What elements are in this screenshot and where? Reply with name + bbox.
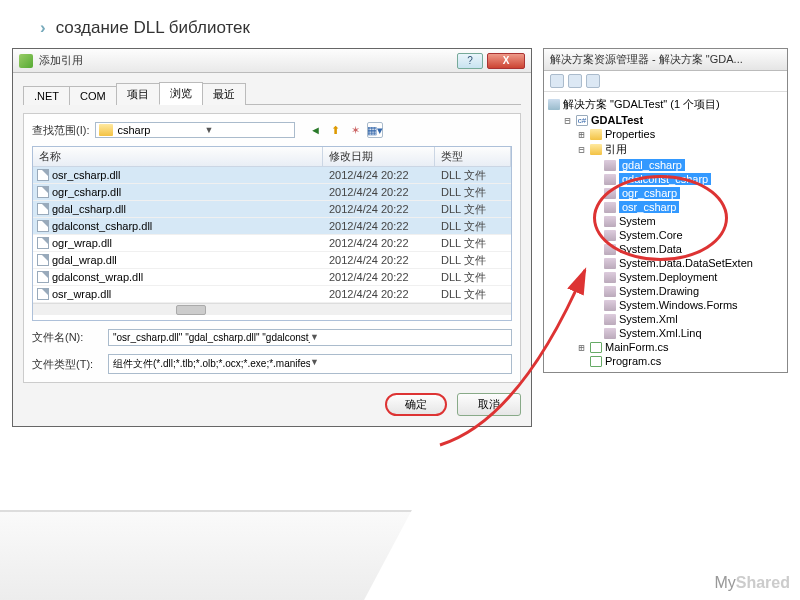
reference-icon: [604, 286, 616, 297]
file-row[interactable]: osr_csharp.dll2012/4/24 20:22DLL 文件: [33, 167, 511, 184]
solution-icon: [548, 99, 560, 110]
file-row[interactable]: gdalconst_csharp.dll2012/4/24 20:22DLL 文…: [33, 218, 511, 235]
reference-item[interactable]: System.Xml: [548, 312, 787, 326]
tab-project[interactable]: 项目: [116, 83, 160, 105]
col-type-header[interactable]: 类型: [435, 147, 511, 166]
reference-item[interactable]: System.Data.DataSetExten: [548, 256, 787, 270]
dll-file-icon: [37, 220, 49, 232]
file-name: ogr_csharp.dll: [52, 186, 121, 198]
file-row[interactable]: gdalconst_wrap.dll2012/4/24 20:22DLL 文件: [33, 269, 511, 286]
filetype-select[interactable]: 组件文件(*.dll;*.tlb;*.olb;*.ocx;*.exe;*.man…: [108, 354, 512, 374]
filetype-label: 文件类型(T):: [32, 357, 102, 372]
toolbar-icon[interactable]: [586, 74, 600, 88]
new-folder-icon[interactable]: ✶: [347, 122, 363, 138]
file-node[interactable]: ⊞MainForm.cs: [548, 340, 787, 354]
file-node[interactable]: Program.cs: [548, 354, 787, 368]
up-folder-icon[interactable]: ⬆: [327, 122, 343, 138]
file-date: 2012/4/24 20:22: [323, 203, 435, 215]
file-type: DLL 文件: [435, 287, 511, 302]
horizontal-scrollbar[interactable]: [33, 303, 511, 315]
decorative-footer: [0, 510, 412, 600]
back-icon[interactable]: ◄: [307, 122, 323, 138]
filetype-value: 组件文件(*.dll;*.tlb;*.olb;*.ocx;*.exe;*.man…: [113, 357, 310, 371]
col-date-header[interactable]: 修改日期: [323, 147, 435, 166]
col-name-header[interactable]: 名称: [33, 147, 323, 166]
file-row[interactable]: ogr_csharp.dll2012/4/24 20:22DLL 文件: [33, 184, 511, 201]
file-name: gdalconst_wrap.dll: [52, 271, 143, 283]
close-button[interactable]: X: [487, 53, 525, 69]
dll-file-icon: [37, 186, 49, 198]
file-row[interactable]: gdal_wrap.dll2012/4/24 20:22DLL 文件: [33, 252, 511, 269]
folder-combo[interactable]: csharp ▼: [95, 122, 295, 138]
reference-item[interactable]: System.Windows.Forms: [548, 298, 787, 312]
dll-file-icon: [37, 254, 49, 266]
reference-item[interactable]: gdalconst_csharp: [548, 172, 787, 186]
file-row[interactable]: ogr_wrap.dll2012/4/24 20:22DLL 文件: [33, 235, 511, 252]
solution-explorer: 解决方案资源管理器 - 解决方案 "GDA... 解决方案 "GDALTest"…: [543, 48, 788, 373]
reference-item[interactable]: System.Deployment: [548, 270, 787, 284]
list-header[interactable]: 名称 修改日期 类型: [33, 147, 511, 167]
file-name: osr_csharp.dll: [52, 169, 120, 181]
reference-icon: [604, 216, 616, 227]
reference-item[interactable]: System: [548, 214, 787, 228]
solution-node[interactable]: 解决方案 "GDALTest" (1 个项目): [548, 96, 787, 113]
slide-title: создание DLL библиотек: [0, 0, 800, 50]
file-row[interactable]: gdal_csharp.dll2012/4/24 20:22DLL 文件: [33, 201, 511, 218]
reference-item[interactable]: gdal_csharp: [548, 158, 787, 172]
references-node[interactable]: ⊟引用: [548, 141, 787, 158]
filename-input[interactable]: "osr_csharp.dll" "gdal_csharp.dll" "gdal…: [108, 329, 512, 346]
properties-node[interactable]: ⊞Properties: [548, 127, 787, 141]
reference-icon: [604, 272, 616, 283]
view-menu-icon[interactable]: ▦▾: [367, 122, 383, 138]
help-button[interactable]: ?: [457, 53, 483, 69]
file-type: DLL 文件: [435, 236, 511, 251]
lookup-label: 查找范围(I):: [32, 123, 89, 138]
reference-label: System: [619, 215, 656, 227]
solution-tree[interactable]: 解决方案 "GDALTest" (1 个项目) ⊟c#GDALTest ⊞Pro…: [544, 92, 787, 372]
reference-item[interactable]: ogr_csharp: [548, 186, 787, 200]
reference-label: System.Drawing: [619, 285, 699, 297]
file-type: DLL 文件: [435, 202, 511, 217]
reference-item[interactable]: System.Data: [548, 242, 787, 256]
reference-label: System.Xml.Linq: [619, 327, 702, 339]
dialog-titlebar[interactable]: 添加引用 ? X: [13, 49, 531, 73]
reference-icon: [604, 174, 616, 185]
cancel-button[interactable]: 取消: [457, 393, 521, 416]
file-name: osr_wrap.dll: [52, 288, 111, 300]
watermark: MyShared: [714, 574, 790, 592]
reference-icon: [604, 314, 616, 325]
file-list[interactable]: 名称 修改日期 类型 osr_csharp.dll2012/4/24 20:22…: [32, 146, 512, 321]
reference-label: System.Deployment: [619, 271, 717, 283]
toolbar-icon[interactable]: [550, 74, 564, 88]
scrollbar-thumb[interactable]: [176, 305, 206, 315]
reference-label: osr_csharp: [619, 201, 679, 213]
reference-icon: [604, 244, 616, 255]
file-date: 2012/4/24 20:22: [323, 271, 435, 283]
reference-item[interactable]: System.Drawing: [548, 284, 787, 298]
dll-file-icon: [37, 271, 49, 283]
reference-label: System.Core: [619, 229, 683, 241]
file-type: DLL 文件: [435, 185, 511, 200]
tab-recent[interactable]: 最近: [202, 83, 246, 105]
toolbar-icon[interactable]: [568, 74, 582, 88]
project-node[interactable]: ⊟c#GDALTest: [548, 113, 787, 127]
file-row[interactable]: osr_wrap.dll2012/4/24 20:22DLL 文件: [33, 286, 511, 303]
reference-icon: [604, 258, 616, 269]
file-date: 2012/4/24 20:22: [323, 254, 435, 266]
tab-browse[interactable]: 浏览: [159, 82, 203, 105]
dll-file-icon: [37, 237, 49, 249]
reference-icon: [604, 328, 616, 339]
reference-icon: [604, 188, 616, 199]
reference-item[interactable]: System.Xml.Linq: [548, 326, 787, 340]
tab-com[interactable]: COM: [69, 86, 117, 105]
reference-item[interactable]: osr_csharp: [548, 200, 787, 214]
reference-icon: [604, 230, 616, 241]
tab-dotnet[interactable]: .NET: [23, 86, 70, 105]
app-icon: [19, 54, 33, 68]
reference-icon: [604, 160, 616, 171]
csharp-file-icon: [590, 342, 602, 353]
ok-button[interactable]: 确定: [385, 393, 447, 416]
reference-item[interactable]: System.Core: [548, 228, 787, 242]
explorer-toolbar: [544, 71, 787, 92]
file-date: 2012/4/24 20:22: [323, 237, 435, 249]
